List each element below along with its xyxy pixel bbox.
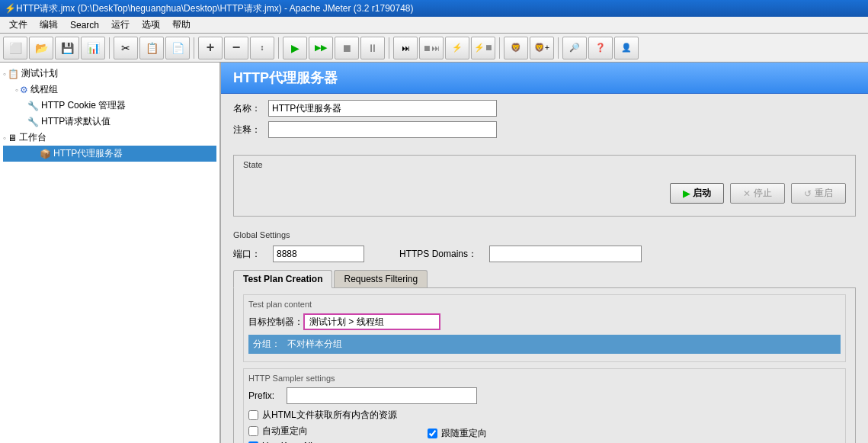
comment-row: 注释：	[233, 121, 856, 138]
tree-icon-proxy: 📦	[40, 149, 51, 159]
prefix-row: Prefix:	[248, 387, 841, 404]
tb-help[interactable]: ❓	[588, 37, 613, 59]
tree-label-thread-group: 线程组	[30, 83, 58, 96]
tab-test-plan-label: Test Plan Creation	[243, 274, 322, 284]
tab-test-plan-creation[interactable]: Test Plan Creation	[233, 270, 332, 288]
group-row: 分组： 不对样本分组	[248, 335, 841, 354]
tb-new[interactable]: ⬜	[3, 37, 27, 59]
checkbox-auto-redirect: 自动重定向	[248, 425, 397, 438]
menu-menu-options[interactable]: 选项	[136, 17, 166, 33]
tree-item-cookie-manager[interactable]: 🔧 HTTP Cookie 管理器	[3, 98, 216, 114]
checkbox-html-resources-label: 从HTML文件获取所有内含的资源	[262, 409, 397, 422]
stop-label: 停止	[754, 187, 772, 200]
menu-menu-edit[interactable]: 编辑	[34, 17, 64, 33]
tb-copy[interactable]: 📋	[139, 37, 164, 59]
tree-item-workbench[interactable]: ◦ 🖥 工作台	[3, 130, 216, 146]
tb-remote-start-all[interactable]: ⚡	[445, 37, 469, 59]
form-area: 名称： 注释：	[221, 94, 868, 149]
tree-label-defaults: HTTP请求默认值	[41, 115, 111, 128]
tb-remote-stop[interactable]: ⏹⏭	[419, 37, 444, 59]
tree-item-thread-group[interactable]: ◦ ⚙ 线程组	[3, 82, 216, 98]
title-text: HTTP请求.jmx (D:\DeskTop\heguanghua\Deskto…	[16, 2, 414, 15]
tree-panel: ◦ 📋 测试计划 ◦ ⚙ 线程组 🔧 HTTP Cookie 管理器 🔧 HTT…	[0, 63, 221, 443]
menubar: 文件编辑Search运行选项帮助	[0, 17, 868, 34]
tb-start-no-pause[interactable]: ▶▶	[309, 37, 333, 59]
comment-input[interactable]	[268, 121, 497, 138]
panel-title: HTTP代理服务器	[233, 70, 338, 85]
toolbar: ⬜ 📂 💾 📊 ✂ 📋 📄 + − ↕ ▶ ▶▶ ⏹ ⏸ ⏭ ⏹⏭ ⚡ ⚡⏹ 🦁…	[0, 34, 868, 63]
checkbox-follow-redirect: 跟随重定向	[428, 427, 487, 440]
port-label: 端口：	[233, 248, 261, 261]
sep4	[389, 37, 389, 59]
target-input[interactable]	[303, 313, 440, 330]
right-panel: HTTP代理服务器 名称： 注释： State ▶ 启动 ✕	[221, 63, 868, 443]
https-input[interactable]	[489, 246, 642, 262]
sep1	[109, 37, 110, 59]
tb-open[interactable]: 📂	[29, 37, 53, 59]
state-buttons: ▶ 启动 ✕ 停止 ↺ 重启	[243, 175, 846, 211]
stop-button[interactable]: ✕ 停止	[730, 183, 785, 204]
port-input[interactable]	[273, 246, 364, 262]
tb-about[interactable]: 👤	[614, 37, 639, 59]
tb-shutdown[interactable]: ⏸	[360, 37, 385, 59]
tree-item-http-proxy[interactable]: 📦 HTTP代理服务器	[3, 146, 216, 162]
tabs-container: Test Plan Creation Requests Filtering	[233, 270, 856, 288]
tree-icon-test-plan: 📋	[8, 69, 19, 79]
start-label: 启动	[693, 187, 711, 200]
menu-menu-run[interactable]: 运行	[105, 17, 136, 33]
prefix-input[interactable]	[287, 387, 477, 404]
sampler-title: HTTP Sampler settings	[248, 374, 841, 383]
tree-item-test-plan[interactable]: ◦ 📋 测试计划	[3, 66, 216, 82]
tb-clear-all[interactable]: 🦁+	[530, 37, 554, 59]
sep6	[558, 37, 559, 59]
checkbox-html-resources-input[interactable]	[248, 410, 258, 420]
panel-header: HTTP代理服务器	[221, 63, 868, 94]
global-settings: Global Settings 端口： HTTPS Domains：	[233, 226, 856, 267]
start-icon: ▶	[683, 188, 690, 199]
tb-search[interactable]: 🔎	[562, 37, 587, 59]
group-label: 分组：	[253, 338, 287, 351]
tree-icon-workbench: 🖥	[8, 133, 17, 143]
tb-remote-start[interactable]: ⏭	[393, 37, 418, 59]
tb-clear[interactable]: 🦁	[504, 37, 528, 59]
tb-add[interactable]: +	[198, 37, 223, 59]
tab-requests-filtering[interactable]: Requests Filtering	[334, 270, 428, 287]
state-title: State	[243, 160, 846, 169]
tb-save[interactable]: 💾	[55, 37, 79, 59]
checkbox-auto-redirect-input[interactable]	[248, 426, 258, 436]
tb-start[interactable]: ▶	[283, 37, 307, 59]
tb-cut[interactable]: ✂	[114, 37, 138, 59]
tb-save-as[interactable]: 📊	[81, 37, 105, 59]
start-button[interactable]: ▶ 启动	[670, 183, 724, 204]
connector-icon-tg: ◦	[15, 85, 18, 95]
restart-icon: ↺	[804, 188, 812, 199]
app-icon: ⚡	[5, 3, 16, 14]
name-row: 名称：	[233, 100, 856, 117]
menu-menu-search[interactable]: Search	[64, 18, 105, 32]
connector-icon: ◦	[3, 69, 6, 79]
tb-remove[interactable]: −	[224, 37, 248, 59]
checkbox-col-right: 跟随重定向	[428, 409, 487, 443]
main-layout: ◦ 📋 测试计划 ◦ ⚙ 线程组 🔧 HTTP Cookie 管理器 🔧 HTT…	[0, 63, 868, 443]
comment-label: 注释：	[233, 124, 264, 136]
target-label: 目标控制器：	[248, 316, 303, 329]
tab-content: Test plan content 目标控制器： 分组： 不对样本分组 HTTP…	[233, 288, 856, 443]
http-sampler-section: HTTP Sampler settings Prefix: 从HTML文件获取所…	[243, 368, 846, 443]
menu-menu-help[interactable]: 帮助	[166, 17, 197, 33]
target-row: 目标控制器：	[248, 313, 841, 330]
restart-button[interactable]: ↺ 重启	[791, 183, 846, 204]
name-input[interactable]	[268, 100, 497, 117]
restart-label: 重启	[815, 187, 833, 200]
tree-item-http-defaults[interactable]: 🔧 HTTP请求默认值	[3, 114, 216, 130]
checkbox-auto-redirect-label: 自动重定向	[262, 425, 308, 438]
name-label: 名称：	[233, 102, 264, 115]
tree-icon-defaults: 🔧	[27, 117, 39, 127]
tb-remote-stop-all[interactable]: ⚡⏹	[471, 37, 495, 59]
tb-paste[interactable]: 📄	[165, 37, 190, 59]
connector-icon-wb: ◦	[3, 133, 6, 143]
global-row: 端口： HTTPS Domains：	[233, 246, 856, 262]
menu-menu-file[interactable]: 文件	[3, 17, 34, 33]
checkbox-follow-redirect-input[interactable]	[428, 429, 437, 438]
tb-expand[interactable]: ↕	[250, 37, 274, 59]
tb-stop[interactable]: ⏹	[335, 37, 359, 59]
